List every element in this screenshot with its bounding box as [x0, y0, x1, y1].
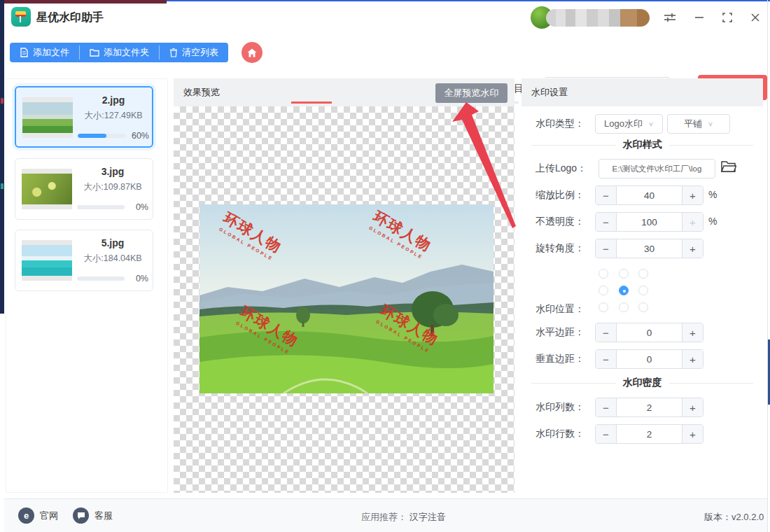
- cols-row: 水印列数： − 2 +: [522, 398, 763, 417]
- rows-stepper: − 2 +: [595, 424, 704, 444]
- v-margin-increase-button[interactable]: +: [682, 350, 703, 368]
- rotate-increase-button[interactable]: +: [682, 239, 703, 258]
- progress-row: 0%: [77, 202, 148, 212]
- clear-list-button[interactable]: 清空列表: [160, 43, 228, 62]
- opacity-value[interactable]: 100: [617, 213, 682, 231]
- position-radio-middle-left[interactable]: [598, 286, 608, 295]
- h-margin-label: 水平边距：: [536, 326, 584, 339]
- rotate-value[interactable]: 30: [617, 239, 682, 258]
- recommend-link[interactable]: 汉字注音: [410, 512, 446, 522]
- cols-decrease-button[interactable]: −: [596, 398, 617, 416]
- file-card-3jpg[interactable]: 3.jpg 大小:109.87KB 0%: [15, 158, 153, 220]
- user-account[interactable]: [531, 6, 651, 29]
- preview-image[interactable]: 环球人物 GLOBAL PEOPLE 环球人物 GLOBAL PEOPLE 环球…: [200, 204, 493, 393]
- density-section-title: 水印密度: [623, 377, 662, 389]
- rotate-row: 旋转角度： − 30 +: [522, 239, 763, 258]
- active-tab-indicator: [291, 102, 332, 104]
- close-button[interactable]: [746, 8, 764, 27]
- edge-speck: [1, 98, 4, 104]
- scale-increase-button[interactable]: +: [682, 186, 703, 204]
- position-radio-bottom-right[interactable]: [638, 302, 648, 312]
- file-meta: 5.jpg 大小:184.04KB: [77, 237, 148, 265]
- opacity-increase-button[interactable]: +: [682, 213, 703, 231]
- scale-decrease-button[interactable]: −: [596, 186, 617, 204]
- official-site-link[interactable]: e 官网: [18, 507, 58, 524]
- fullscreen-preview-button[interactable]: 全屏预览水印: [435, 83, 507, 103]
- progress-row: 60%: [78, 131, 149, 141]
- titlebar: 星优水印助手: [4, 1, 770, 35]
- progress-label: 0%: [129, 202, 148, 212]
- cols-label: 水印列数：: [536, 401, 584, 414]
- browse-logo-button[interactable]: [721, 160, 736, 176]
- divider-line: [669, 383, 754, 384]
- tile-mode-select[interactable]: 平铺 ∨: [667, 114, 730, 134]
- watermark-type-row: 水印类型： Logo水印 ∨ 平铺 ∨: [522, 114, 763, 134]
- style-section-divider: 水印样式: [522, 138, 763, 152]
- username-blurred: [546, 9, 650, 27]
- h-margin-value[interactable]: 0: [617, 323, 682, 342]
- h-margin-decrease-button[interactable]: −: [596, 323, 617, 342]
- file-meta: 2.jpg 大小:127.49KB: [78, 94, 149, 122]
- position-radio-middle-right[interactable]: [638, 286, 648, 295]
- v-margin-stepper: − 0 +: [595, 349, 704, 369]
- home-icon: [247, 48, 257, 57]
- position-label: 水印位置：: [536, 303, 584, 316]
- upload-logo-label: 上传Logo：: [536, 162, 587, 175]
- file-name: 3.jpg: [77, 166, 148, 177]
- file-thumbnail: [22, 97, 73, 138]
- file-card-2jpg[interactable]: 2.jpg 大小:127.49KB 60%: [15, 86, 153, 148]
- position-radio-center[interactable]: [619, 286, 629, 295]
- opacity-unit: %: [708, 216, 717, 227]
- position-radio-top-left[interactable]: [598, 269, 608, 279]
- thumbnail-image: [22, 174, 72, 204]
- selected-type: Logo水印: [604, 118, 643, 130]
- scale-value[interactable]: 40: [617, 186, 682, 204]
- footer: e 官网 客服 应用推荐： 汉字注音 版本：v2.0.2.0: [4, 498, 767, 532]
- settings-sliders-icon[interactable]: [661, 8, 679, 27]
- app-logo-icon: [11, 7, 31, 27]
- recommend-label: 应用推荐：: [361, 512, 407, 522]
- paint-roller-handle: [20, 16, 21, 22]
- file-list-panel: 2.jpg 大小:127.49KB 60% 3.jpg 大小:109.87KB …: [6, 78, 168, 493]
- file-size: 大小:127.49KB: [78, 110, 149, 122]
- file-card-5jpg[interactable]: 5.jpg 大小:184.04KB 0%: [15, 230, 153, 291]
- rows-increase-button[interactable]: +: [682, 425, 703, 443]
- progress-label: 60%: [130, 131, 149, 141]
- watermark-type-label: 水印类型：: [536, 118, 584, 130]
- logo-path-input[interactable]: [603, 164, 711, 173]
- home-button[interactable]: [241, 42, 262, 63]
- rows-decrease-button[interactable]: −: [596, 425, 617, 443]
- minimize-button[interactable]: [690, 8, 708, 27]
- h-margin-increase-button[interactable]: +: [682, 323, 703, 342]
- file-name: 2.jpg: [78, 94, 149, 106]
- watermark-type-select[interactable]: Logo水印 ∨: [595, 114, 663, 134]
- clear-list-label: 清空列表: [182, 46, 218, 59]
- chevron-down-icon: ∨: [648, 120, 654, 127]
- rotate-label: 旋转角度：: [536, 242, 584, 255]
- add-folder-button[interactable]: 添加文件夹: [80, 43, 159, 62]
- position-radio-top-center[interactable]: [619, 269, 629, 279]
- maximize-button[interactable]: [718, 8, 736, 27]
- scale-unit: %: [708, 189, 717, 200]
- position-radio-bottom-left[interactable]: [598, 302, 608, 312]
- rotate-decrease-button[interactable]: −: [596, 239, 617, 258]
- v-margin-decrease-button[interactable]: −: [596, 350, 617, 368]
- customer-service-link[interactable]: 客服: [73, 507, 113, 524]
- thumbnail-image: [22, 102, 73, 133]
- cols-value[interactable]: 2: [617, 398, 682, 416]
- h-margin-stepper: − 0 +: [595, 323, 704, 342]
- rows-value[interactable]: 2: [617, 425, 682, 443]
- version-label: 版本：v2.0.2.0: [704, 511, 764, 524]
- file-size: 大小:184.04KB: [77, 253, 148, 265]
- opacity-decrease-button[interactable]: −: [596, 213, 617, 231]
- divider-line: [531, 145, 616, 146]
- cols-increase-button[interactable]: +: [682, 398, 703, 416]
- rotate-stepper: − 30 +: [595, 239, 704, 258]
- position-radio-top-right[interactable]: [638, 269, 648, 279]
- logo-path-field[interactable]: [598, 159, 715, 178]
- browser-e-icon: e: [18, 507, 34, 524]
- add-file-button[interactable]: 添加文件: [10, 43, 79, 62]
- v-margin-value[interactable]: 0: [617, 350, 682, 368]
- background-window-edge-left: [0, 0, 4, 314]
- position-radio-bottom-center[interactable]: [619, 302, 629, 312]
